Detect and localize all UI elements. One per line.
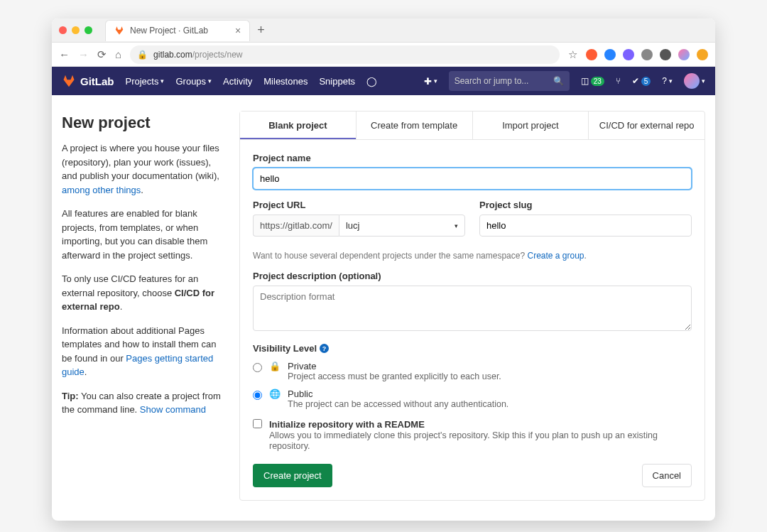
gitlab-navbar: GitLab Projects▾ Groups▾ Activity Milest…: [52, 67, 715, 95]
user-menu[interactable]: ▾: [684, 73, 705, 89]
page-body: New project A project is where you house…: [52, 95, 715, 521]
extension-icon[interactable]: [697, 49, 708, 60]
project-slug-label: Project slug: [479, 200, 692, 210]
url-path: /projects/new: [192, 50, 243, 60]
visibility-public-radio[interactable]: [253, 391, 262, 400]
browser-window: New Project · GitLab × + ← → ⟳ ⌂ 🔒 gitla…: [52, 18, 715, 521]
nav-groups[interactable]: Groups▾: [175, 76, 212, 87]
tab-create-from-template[interactable]: Create from template: [357, 112, 473, 139]
new-project-form: Project name Project URL https://gitlab.…: [240, 140, 705, 500]
create-project-button[interactable]: Create project: [253, 464, 332, 487]
new-tab-button[interactable]: +: [257, 23, 265, 38]
description-input[interactable]: [253, 286, 692, 331]
tab-import-project[interactable]: Import project: [473, 112, 589, 139]
help-icon[interactable]: ?: [320, 344, 329, 353]
url-field[interactable]: 🔒 gitlab.com/projects/new: [130, 45, 560, 64]
sidebar: New project A project is where you house…: [62, 111, 225, 501]
plus-dropdown[interactable]: ✚ ▾: [424, 76, 437, 87]
gitlab-logo[interactable]: GitLab: [62, 74, 114, 88]
extension-icon[interactable]: [623, 49, 634, 60]
titlebar: New Project · GitLab × +: [52, 18, 715, 43]
lock-icon: 🔒: [269, 361, 281, 371]
nav-ci-icon[interactable]: ◯: [366, 76, 377, 87]
extension-icon[interactable]: [604, 49, 616, 60]
back-button[interactable]: ←: [59, 48, 70, 60]
extension-icons: [586, 49, 708, 60]
help-icon[interactable]: ?▾: [662, 76, 673, 86]
star-icon[interactable]: ☆: [568, 48, 577, 61]
tab-title: New Project · GitLab: [130, 26, 208, 36]
global-search[interactable]: Search or jump to... 🔍: [449, 71, 570, 91]
create-group-link[interactable]: Create a group: [527, 251, 584, 261]
gitlab-favicon-icon: [114, 26, 124, 36]
profile-avatar-icon[interactable]: [678, 49, 690, 60]
description-label: Project description (optional): [253, 271, 692, 281]
cancel-button[interactable]: Cancel: [642, 464, 692, 487]
avatar: [684, 73, 700, 89]
initialize-readme-checkbox[interactable]: [253, 419, 262, 428]
todos-counter[interactable]: ✔5: [632, 76, 651, 86]
minimize-window-icon[interactable]: [72, 26, 80, 34]
url-host: gitlab.com: [153, 50, 192, 60]
home-button[interactable]: ⌂: [115, 48, 121, 60]
chevron-down-icon: ▾: [455, 222, 458, 229]
nav-projects[interactable]: Projects▾: [126, 76, 165, 87]
page-title: New project: [62, 111, 225, 134]
main-panel: Blank project Create from template Impor…: [239, 111, 705, 501]
url-prefix: https://gitlab.com/: [253, 215, 339, 237]
close-window-icon[interactable]: [59, 26, 67, 34]
visibility-label: Visibility Level ?: [253, 343, 692, 354]
search-icon: 🔍: [553, 76, 564, 86]
issues-counter[interactable]: ◫23: [581, 76, 604, 86]
merge-requests-icon[interactable]: ⑂: [616, 76, 621, 86]
project-type-tabs: Blank project Create from template Impor…: [240, 112, 705, 140]
browser-tab[interactable]: New Project · GitLab ×: [105, 20, 250, 41]
lock-icon: 🔒: [137, 50, 148, 60]
brand-text: GitLab: [80, 75, 114, 87]
window-controls: [59, 26, 92, 34]
maximize-window-icon[interactable]: [85, 26, 92, 34]
project-name-label: Project name: [253, 153, 692, 163]
globe-icon: 🌐: [269, 389, 281, 399]
nav-milestones[interactable]: Milestones: [263, 76, 308, 87]
tab-close-icon[interactable]: ×: [235, 25, 241, 36]
project-slug-input[interactable]: [479, 215, 692, 237]
show-command-link[interactable]: Show command: [140, 404, 206, 415]
nav-activity[interactable]: Activity: [223, 76, 252, 87]
extension-icon[interactable]: [660, 49, 671, 60]
tab-cicd-external[interactable]: CI/CD for external repo: [589, 112, 705, 139]
nav-snippets[interactable]: Snippets: [319, 76, 355, 87]
reload-button[interactable]: ⟳: [97, 48, 107, 61]
among-other-things-link[interactable]: among other things: [62, 185, 141, 195]
forward-button[interactable]: →: [78, 48, 89, 60]
namespace-dropdown[interactable]: lucj ▾: [339, 215, 465, 237]
search-placeholder: Search or jump to...: [455, 76, 529, 86]
extension-icon[interactable]: [586, 49, 597, 60]
project-url-label: Project URL: [253, 200, 465, 210]
tab-blank-project[interactable]: Blank project: [240, 112, 357, 139]
group-hint: Want to house several dependent projects…: [253, 251, 692, 261]
address-bar: ← → ⟳ ⌂ 🔒 gitlab.com/projects/new ☆: [52, 43, 715, 67]
project-name-input[interactable]: [253, 168, 692, 190]
visibility-private-radio[interactable]: [253, 363, 262, 372]
extension-icon[interactable]: [641, 49, 653, 60]
